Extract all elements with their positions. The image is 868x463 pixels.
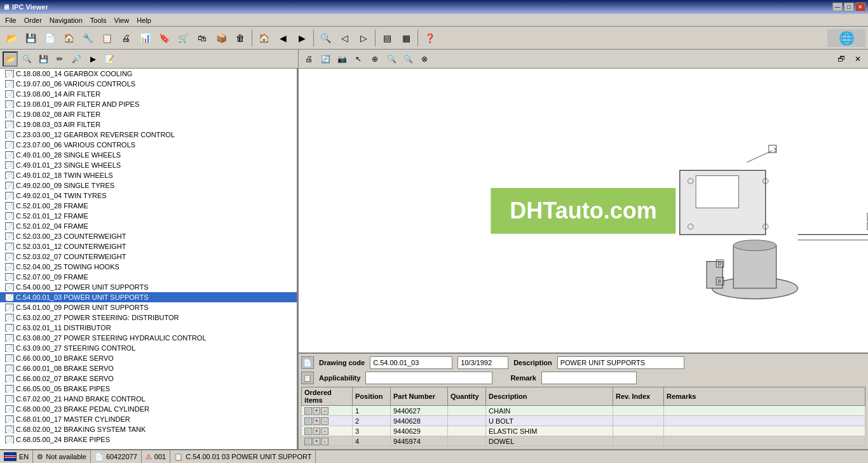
- rt-zoomin[interactable]: 🔍: [384, 51, 399, 67]
- tree-item[interactable]: 📄C.19.08.00_14 AIR FILTER: [0, 89, 297, 99]
- open-button[interactable]: 📂: [3, 29, 20, 47]
- back2-button[interactable]: ◁: [336, 29, 353, 47]
- remove-icon[interactable]: -: [321, 417, 329, 425]
- tree-item[interactable]: 📄C.49.01.00_28 SINGLE WHEELS: [0, 150, 297, 160]
- tree-item[interactable]: 📄C.68.01.00_17 MASTER CYLINDER: [0, 414, 297, 424]
- rt-refresh[interactable]: 🔄: [318, 51, 333, 67]
- search-button[interactable]: 🔍: [316, 29, 334, 47]
- lt-edit[interactable]: ✏: [52, 51, 67, 67]
- tool1-button[interactable]: 🔧: [79, 29, 97, 47]
- tool5-button[interactable]: 🔖: [155, 29, 173, 47]
- tool2-button[interactable]: 📋: [98, 29, 116, 47]
- nav-home-button[interactable]: 🏠: [255, 29, 273, 47]
- tool6-button[interactable]: 🛒: [174, 29, 192, 47]
- rt-fit[interactable]: ⊗: [417, 51, 432, 67]
- tree-item[interactable]: 📄C.63.08.00_27 POWER STEERING HYDRAULIC …: [0, 333, 297, 343]
- cart-icon[interactable]: 🛒: [304, 417, 312, 425]
- tree-item[interactable]: 📄C.19.08.03_03 AIR FILTER: [0, 119, 297, 130]
- tool9-button[interactable]: 🗑: [231, 29, 249, 47]
- tree-item[interactable]: 📄C.23.07.00_06 VARIOUS CONTROLS: [0, 140, 297, 150]
- tree-item[interactable]: 📄C.63.09.00_27 STEERING CONTROL: [0, 343, 297, 353]
- tree-item[interactable]: 📄C.66.00.00_10 BRAKE SERVO: [0, 353, 297, 363]
- grid2-button[interactable]: ▦: [397, 29, 415, 47]
- tree-item[interactable]: 📄C.52.03.01_12 COUNTERWEIGHT: [0, 241, 297, 252]
- tree-item[interactable]: 📄C.52.07.00_09 FRAME: [0, 272, 297, 282]
- tool3-button[interactable]: 🖨: [117, 29, 135, 47]
- close-button[interactable]: ✕: [855, 3, 865, 11]
- cart-icon[interactable]: 🛒: [304, 407, 312, 415]
- add-icon[interactable]: +: [313, 407, 320, 415]
- tree-item[interactable]: 📄C.54.01.00_09 POWER UNIT SUPPORTS: [0, 302, 297, 312]
- lt-open[interactable]: 📂: [3, 51, 18, 67]
- tree-item[interactable]: 📄C.52.01.01_12 FRAME: [0, 211, 297, 221]
- lt-play[interactable]: ▶: [85, 51, 100, 67]
- menu-file[interactable]: File: [1, 15, 20, 25]
- tree-item[interactable]: 📄C.52.03.00_23 COUNTERWEIGHT: [0, 231, 297, 241]
- lt-note[interactable]: 📝: [102, 51, 117, 67]
- tree-item[interactable]: 📄C.49.02.00_09 SINGLE TYRES: [0, 180, 297, 191]
- minimize-button[interactable]: —: [832, 3, 843, 11]
- save2-button[interactable]: 📄: [41, 29, 58, 47]
- tool7-button[interactable]: 🛍: [193, 29, 211, 47]
- tree-item[interactable]: 📄C.49.01.02_18 TWIN WHEELS: [0, 170, 297, 180]
- lt-find[interactable]: 🔍: [19, 51, 34, 67]
- tree-item[interactable]: 📄C.66.05.00_05 BRAKE PIPES: [0, 384, 297, 394]
- remove-icon[interactable]: -: [321, 438, 329, 445]
- maximize-button[interactable]: □: [844, 3, 854, 11]
- rt-close[interactable]: ✕: [850, 51, 865, 67]
- add-icon[interactable]: +: [313, 438, 320, 445]
- cart-icon[interactable]: 🛒: [304, 438, 312, 445]
- nav-forward-button[interactable]: ▶: [293, 29, 311, 47]
- cart-icon[interactable]: 🛒: [304, 427, 312, 435]
- remove-icon[interactable]: -: [321, 427, 329, 435]
- rt-zoomout[interactable]: 🔍: [400, 51, 416, 67]
- lt-save[interactable]: 💾: [36, 51, 51, 67]
- tree-item[interactable]: 📄C.67.02.00_21 HAND BRAKE CONTROL: [0, 394, 297, 404]
- tree-item[interactable]: 📄C.63.02.00_27 POWER STEERING: DISTRIBUT…: [0, 312, 297, 323]
- forward2-button[interactable]: ▷: [355, 29, 372, 47]
- tree-item[interactable]: 📄C.52.01.02_04 FRAME: [0, 221, 297, 231]
- tree-item[interactable]: 📄C.54.00.00_12 POWER UNIT SUPPORTS: [0, 282, 297, 292]
- remark-field[interactable]: [541, 372, 637, 384]
- home-button[interactable]: 🏠: [60, 29, 78, 47]
- tree-item[interactable]: 📄C.19.08.02_08 AIR FILTER: [0, 109, 297, 119]
- applicability-field[interactable]: [365, 372, 492, 384]
- tree-item[interactable]: 📄C.63.02.01_11 DISTRIBUTOR: [0, 323, 297, 333]
- tool4-button[interactable]: 📊: [136, 29, 154, 47]
- remove-icon[interactable]: -: [321, 407, 329, 415]
- tree-item[interactable]: 📄C.23.03.00_12 GEARBOX REVERSER CONTROL: [0, 130, 297, 140]
- lt-zoom[interactable]: 🔎: [69, 51, 84, 67]
- tree-item[interactable]: 📄C.18.08.00_14 GEARBOX COOLING: [0, 69, 297, 79]
- add-icon[interactable]: +: [313, 427, 320, 435]
- rt-restore[interactable]: 🗗: [834, 51, 849, 67]
- drawing-code-field[interactable]: [370, 356, 452, 369]
- tree-item[interactable]: 📄C.68.00.00_23 BRAKE PEDAL CYLINDER: [0, 404, 297, 414]
- menu-order[interactable]: Order: [20, 15, 46, 25]
- tool8-button[interactable]: 📦: [212, 29, 230, 47]
- rt-camera[interactable]: 📷: [334, 51, 349, 67]
- save-button[interactable]: 💾: [22, 29, 39, 47]
- menu-navigation[interactable]: Navigation: [46, 15, 86, 25]
- nav-back-button[interactable]: ◀: [274, 29, 292, 47]
- tree-item[interactable]: 📄C.54.00.01_03 POWER UNIT SUPPORTS: [0, 292, 297, 302]
- grid1-button[interactable]: ▤: [378, 29, 396, 47]
- drawing-date-field[interactable]: [458, 356, 508, 369]
- rt-pointer[interactable]: ↖: [351, 51, 366, 67]
- tree-item[interactable]: 📄C.52.01.00_28 FRAME: [0, 201, 297, 211]
- menu-help[interactable]: Help: [133, 15, 155, 25]
- help-button[interactable]: ❓: [421, 29, 438, 47]
- menu-tools[interactable]: Tools: [86, 15, 111, 25]
- tree-item[interactable]: 📄C.66.00.02_07 BRAKE SERVO: [0, 373, 297, 384]
- rt-print[interactable]: 🖨: [301, 51, 316, 67]
- tree-item[interactable]: 📄C.68.05.00_24 BRAKE PIPES: [0, 434, 297, 445]
- tree-item[interactable]: 📄C.49.02.01_04 TWIN TYRES: [0, 191, 297, 201]
- tree-item[interactable]: 📄C.19.07.00_06 VARIOUS CONTROLS: [0, 79, 297, 89]
- tree-item[interactable]: 📄C.68.02.00_12 BRAKING SYSTEM TANK: [0, 424, 297, 434]
- tree-item[interactable]: 📄C.19.08.01_09 AIR FILTER AND PIPES: [0, 99, 297, 109]
- tree-item[interactable]: 📄C.52.03.02_07 COUNTERWEIGHT: [0, 252, 297, 262]
- description-field[interactable]: [557, 356, 684, 369]
- menu-view[interactable]: View: [111, 15, 133, 25]
- tree-item[interactable]: 📄C.66.00.01_08 BRAKE SERVO: [0, 363, 297, 373]
- tree-item[interactable]: 📄C.49.01.01_23 SINGLE WHEELS: [0, 160, 297, 170]
- tree-item[interactable]: 📄C.52.04.00_25 TOWING HOOKS: [0, 262, 297, 272]
